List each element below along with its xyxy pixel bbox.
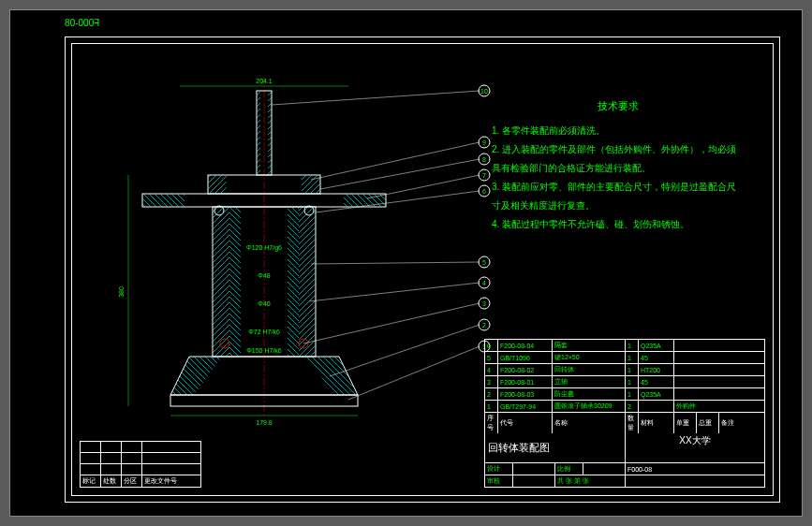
svg-line-29 — [320, 159, 480, 189]
notes-title: 技术要求 — [492, 95, 745, 116]
drawing-frame: 204.1 380 179.8 Φ120 H7/g6 Φ48 Φ40 Φ72 H… — [65, 37, 780, 503]
dim-fit4: Φ72 H7/k6 — [248, 329, 280, 335]
svg-line-50 — [348, 346, 480, 400]
svg-text:9: 9 — [482, 139, 486, 146]
note-3: 3. 装配前应对零、部件的主要配合尺寸，特别是过盈配合尺寸及相关精度进行复查。 — [492, 178, 745, 215]
dim-fit3: Φ40 — [258, 300, 270, 307]
svg-text:6: 6 — [482, 188, 486, 195]
parts-row: 6F200-08-04隔套1Q235A — [485, 340, 764, 352]
svg-rect-8 — [208, 175, 227, 194]
svg-line-23 — [272, 91, 480, 105]
svg-rect-14 — [299, 207, 316, 357]
svg-line-44 — [303, 303, 480, 343]
dim-fit1: Φ120 H7/g6 — [246, 244, 282, 252]
note-2: 2. 进入装配的零件及部件（包括外购件、外协件），均必须具有检验部门的合格证方能… — [492, 140, 745, 178]
svg-text:3: 3 — [482, 300, 486, 307]
parts-row: 2F200-08-03防尘盖1Q235A — [485, 388, 764, 401]
svg-rect-9 — [302, 175, 320, 194]
svg-line-41 — [309, 283, 480, 301]
dim-fit2: Φ48 — [258, 272, 270, 279]
drawing-area[interactable]: 204.1 380 179.8 Φ120 H7/g6 Φ48 Φ40 Φ72 H… — [86, 58, 482, 420]
parts-row: 4F200-08-02回转体1HT200 — [485, 364, 764, 376]
dim-top: 204.1 — [256, 78, 273, 84]
svg-text:4: 4 — [482, 280, 486, 286]
svg-rect-2 — [257, 91, 260, 175]
dim-height: 380 — [118, 286, 125, 298]
svg-text:2: 2 — [482, 322, 486, 329]
svg-rect-16 — [288, 207, 299, 357]
revision-block: 标记 处数 分区 更改文件号 — [80, 441, 201, 488]
svg-line-26 — [311, 142, 480, 180]
svg-line-32 — [367, 175, 480, 198]
note-4: 4. 装配过程中零件不允许磕、碰、划伤和锈蚀。 — [492, 215, 745, 234]
parts-header: 序号 代号 名称 数量 材料 单重 总重 备注 — [485, 413, 764, 433]
title-block: 6F200-08-04隔套1Q235A 5GB/T1096键12×50145 4… — [484, 339, 765, 488]
mechanical-drawing: 204.1 380 179.8 Φ120 H7/g6 Φ48 Φ40 Φ72 H… — [86, 58, 498, 432]
parts-row: 5GB/T1096键12×50145 — [485, 352, 764, 364]
parts-row: 1GB/T297-94圆锥滚子轴承302092外购件 — [485, 401, 764, 413]
drawing-number: F000-08 — [626, 463, 764, 475]
svg-text:10: 10 — [480, 88, 488, 95]
svg-text:5: 5 — [482, 259, 486, 266]
svg-line-38 — [311, 262, 480, 264]
note-1: 1. 各零件装配前必须清洗。 — [492, 122, 745, 140]
parts-list: 6F200-08-04隔套1Q235A 5GB/T1096键12×50145 4… — [485, 340, 764, 433]
cad-window: F000-08 — [9, 9, 803, 517]
company-name: XX大学 — [679, 434, 710, 447]
svg-rect-15 — [229, 207, 241, 357]
parts-row: 3F200-08-01立轴145 — [485, 376, 764, 388]
dim-bottom: 179.8 — [256, 419, 273, 426]
inner-frame: 204.1 380 179.8 Φ120 H7/g6 Φ48 Φ40 Φ72 H… — [71, 43, 774, 496]
svg-rect-5 — [142, 194, 185, 207]
file-label-mirrored: F000-08 — [65, 18, 99, 28]
svg-text:7: 7 — [482, 172, 486, 179]
dim-fit5: Φ150 H7/k6 — [246, 347, 282, 354]
svg-text:8: 8 — [482, 156, 486, 163]
drawing-title: 回转体装配图 — [485, 433, 626, 462]
svg-rect-13 — [213, 207, 229, 357]
technical-notes: 技术要求 1. 各零件装配前必须清洗。 2. 进入装配的零件及部件（包括外购件、… — [492, 95, 745, 234]
svg-rect-3 — [268, 91, 272, 175]
